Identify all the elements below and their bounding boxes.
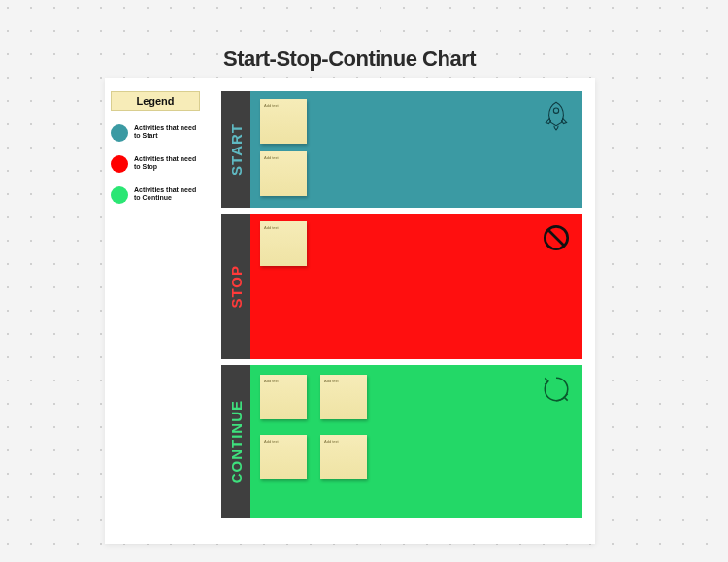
legend-item-start: Activities that need to Start — [111, 124, 200, 142]
svg-line-2 — [548, 230, 564, 246]
legend: Legend Activities that need to Start Act… — [111, 91, 200, 204]
row-continue-body[interactable]: Add text Add text Add text Add text — [250, 365, 582, 518]
board: START Add text Add text STOP — [221, 91, 582, 524]
prohibited-icon — [540, 221, 573, 254]
legend-label-stop: Activities that need to Stop — [134, 155, 200, 170]
rocket-icon — [540, 99, 573, 132]
cycle-icon — [540, 373, 573, 406]
row-stop-label: STOP — [228, 265, 245, 309]
row-stop-label-bar: STOP — [221, 214, 250, 359]
sticky-note[interactable]: Add text — [260, 375, 307, 419]
row-continue-label-bar: CONTINUE — [221, 365, 250, 518]
legend-item-stop: Activities that need to Stop — [111, 155, 200, 173]
sticky-note[interactable]: Add text — [260, 435, 307, 479]
legend-dot-start — [111, 124, 128, 142]
row-continue-label: CONTINUE — [228, 400, 245, 483]
row-start-label: START — [228, 123, 245, 176]
row-start-label-bar: START — [221, 91, 250, 208]
page-title: Start-Stop-Continue Chart — [223, 47, 476, 72]
legend-label-start: Activities that need to Start — [134, 124, 200, 139]
row-start: START Add text Add text — [221, 91, 582, 208]
legend-label-continue: Activities that need to Continue — [134, 186, 200, 201]
sticky-note[interactable]: Add text — [260, 151, 307, 196]
legend-item-continue: Activities that need to Continue — [111, 186, 200, 204]
row-stop-body[interactable]: Add text — [250, 214, 582, 359]
legend-dot-stop — [111, 155, 128, 173]
sticky-note[interactable]: Add text — [320, 435, 367, 479]
legend-dot-continue — [111, 186, 128, 204]
chart-canvas: Legend Activities that need to Start Act… — [105, 78, 595, 544]
svg-point-0 — [553, 108, 558, 113]
sticky-note[interactable]: Add text — [260, 99, 307, 144]
row-start-body[interactable]: Add text Add text — [250, 91, 582, 208]
sticky-note[interactable]: Add text — [320, 375, 367, 419]
row-stop: STOP Add text — [221, 214, 582, 359]
row-continue: CONTINUE Add text Add text Add text Add … — [221, 365, 582, 518]
sticky-note[interactable]: Add text — [260, 221, 307, 266]
legend-header: Legend — [111, 91, 200, 111]
